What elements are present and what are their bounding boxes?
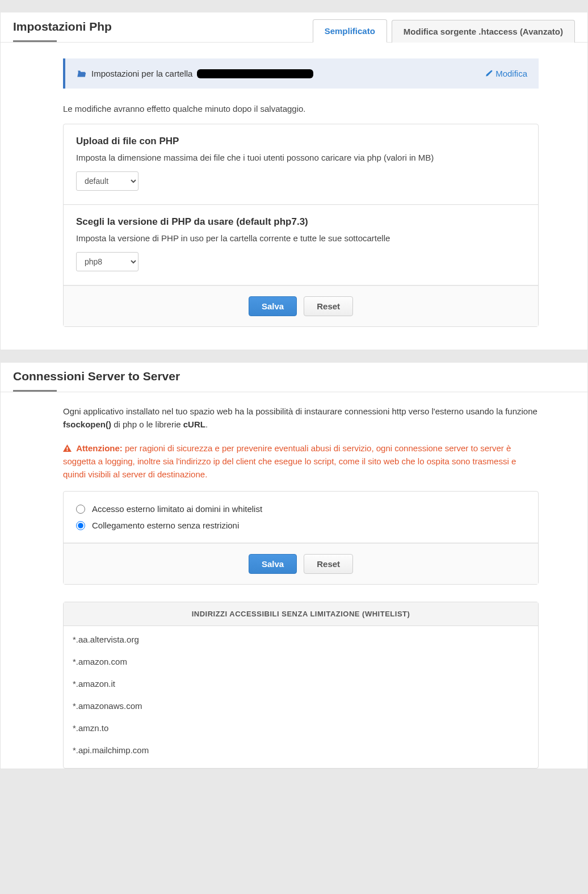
list-item: *.api.twitter.com bbox=[64, 761, 538, 768]
folder-name-redacted bbox=[197, 69, 313, 78]
s2s-reset-button[interactable]: Reset bbox=[304, 554, 353, 574]
php-version-desc: Imposta la versione di PHP in uso per la… bbox=[76, 233, 526, 243]
php-reset-button[interactable]: Reset bbox=[304, 296, 353, 316]
php-panel-title: Impostazioni Php bbox=[13, 20, 57, 42]
list-item: *.api.mailchimp.com bbox=[64, 739, 538, 761]
tab-simplified[interactable]: Semplificato bbox=[313, 19, 387, 43]
s2s-panel-title: Connessioni Server to Server bbox=[13, 370, 57, 392]
php-settings-panel: Impostazioni Php Semplificato Modifica s… bbox=[0, 12, 588, 350]
radio-limited-label: Accesso esterno limitato ai domini in wh… bbox=[92, 504, 262, 514]
tab-advanced[interactable]: Modifica sorgente .htaccess (Avanzato) bbox=[392, 20, 575, 43]
edit-folder-link[interactable]: Modifica bbox=[485, 69, 527, 78]
list-item: *.amazonaws.com bbox=[64, 695, 538, 717]
php-actions: Salva Reset bbox=[64, 286, 538, 326]
radio-limited[interactable] bbox=[76, 505, 85, 514]
whitelist-title: INDIRIZZI ACCESSIBILI SENZA LIMITAZIONE … bbox=[64, 602, 538, 626]
radio-unrestricted[interactable] bbox=[76, 521, 85, 530]
s2s-save-button[interactable]: Salva bbox=[249, 554, 297, 574]
pencil-icon bbox=[485, 70, 493, 78]
php-version-title: Scegli la versione di PHP da usare (defa… bbox=[76, 216, 526, 228]
list-item: *.amzn.to bbox=[64, 717, 538, 739]
folder-open-icon bbox=[77, 69, 87, 78]
s2s-actions: Salva Reset bbox=[64, 543, 538, 584]
whitelist-box: INDIRIZZI ACCESSIBILI SENZA LIMITAZIONE … bbox=[63, 602, 539, 769]
upload-title: Upload di file con PHP bbox=[76, 136, 526, 147]
upload-section: Upload di file con PHP Imposta la dimens… bbox=[64, 124, 538, 205]
save-delay-note: Le modifiche avranno effetto qualche min… bbox=[63, 104, 539, 114]
whitelist-list[interactable]: *.aa.altervista.org *.amazon.com *.amazo… bbox=[64, 626, 538, 768]
upload-desc: Imposta la dimensione massima dei file c… bbox=[76, 153, 526, 162]
upload-size-select[interactable]: default bbox=[76, 171, 138, 191]
s2s-intro: Ogni applicativo installato nel tuo spaz… bbox=[63, 405, 539, 431]
radio-unrestricted-label: Collegamento esterno senza restrizioni bbox=[92, 521, 239, 530]
list-item: *.amazon.com bbox=[64, 650, 538, 673]
php-tabs: Semplificato Modifica sorgente .htaccess… bbox=[313, 19, 575, 43]
warning-icon bbox=[63, 443, 74, 453]
list-item: *.aa.altervista.org bbox=[64, 628, 538, 650]
s2s-warning: Attenzione: per ragioni di sicurezza e p… bbox=[63, 442, 539, 481]
folder-info-text: Impostazioni per la cartella bbox=[91, 69, 192, 78]
list-item: *.amazon.it bbox=[64, 673, 538, 695]
php-version-section: Scegli la versione di PHP da usare (defa… bbox=[64, 205, 538, 286]
s2s-panel: Connessioni Server to Server Ogni applic… bbox=[0, 363, 588, 769]
php-version-select[interactable]: php8 bbox=[76, 252, 138, 271]
php-save-button[interactable]: Salva bbox=[249, 296, 297, 316]
folder-info-bar: Impostazioni per la cartella Modifica bbox=[63, 58, 539, 89]
